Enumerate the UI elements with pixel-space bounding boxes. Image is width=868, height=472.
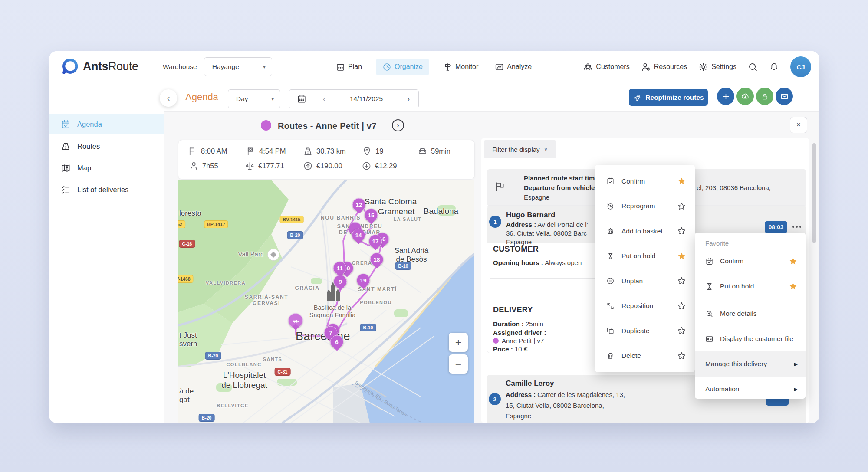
submenu-item-confirm[interactable]: Confirm [695,249,806,274]
submenu-item-more-details[interactable]: More details [695,301,806,326]
brand-logo[interactable]: AntsRoute [62,58,138,75]
zoom-in-button[interactable]: + [449,333,468,352]
route-open-arrow-icon[interactable]: › [392,119,404,131]
tab-monitor[interactable]: Monitor [441,59,481,75]
circle-arrow-up-icon [303,161,313,171]
panel-scrollbar[interactable] [812,143,816,243]
road-badge: 62 [178,220,185,228]
route-stats-card: 8:00 AM 4:54 PM 30.73 km 19 59min 7h55 [178,140,475,180]
tab-organize[interactable]: Organize [376,59,429,75]
warehouse-select[interactable]: Hayange ▾ [204,57,272,76]
nav-customers[interactable]: Customers [583,62,629,72]
add-button[interactable] [717,88,734,105]
menu-item-unplan[interactable]: Unplan [595,269,695,294]
bell-icon[interactable] [769,62,779,72]
star-icon[interactable] [677,351,686,361]
menu-item-reposition[interactable]: Reposition [595,294,695,319]
stat-revenue: €190.00 [303,161,342,171]
departure-country: Espagne [524,193,549,201]
gauge-icon [382,62,391,72]
current-date[interactable]: 14/11/2025 [334,95,398,103]
map-marker-6[interactable]: 6 [330,335,344,349]
scale-icon [245,161,255,171]
calendar-picker-button[interactable] [289,90,314,108]
brand-name: AntsRoute [83,60,138,73]
sidebar-item-deliveries[interactable]: List of deliveries [49,180,164,200]
warehouse-group: Warehouse Hayange ▾ [163,51,272,82]
tab-analyze[interactable]: Analyze [492,59,534,75]
top-navbar: AntsRoute Warehouse Hayange ▾ Plan Organ… [49,51,819,82]
date-navigator: ‹ 14/11/2025 › [289,89,419,108]
navbar-right: Customers Resources Settings CJ [583,51,811,82]
close-panel-button[interactable]: × [790,117,807,133]
star-icon[interactable] [789,257,798,266]
menu-item-delete[interactable]: Delete [595,344,695,369]
menu-item-put-on-hold[interactable]: Put on hold [595,244,695,269]
circle-minus-icon [606,277,615,285]
sidebar-item-agenda[interactable]: Agenda [49,114,164,134]
star-icon[interactable] [677,177,686,186]
envelope-button[interactable] [776,88,793,105]
search-icon[interactable] [748,62,758,72]
map-marker-15[interactable]: 15 [365,209,378,222]
map-marker-14[interactable]: 14 [352,229,365,242]
address-line: Address : Carrer de les Magdalenes, 13, [506,390,625,399]
map-label: BELLVITGE [217,403,249,409]
map-marker-9[interactable]: 9 [334,275,347,288]
departure-label: Departure from vehicle [524,184,595,191]
map[interactable]: loresta Santa Coloma de Gramenet Badalon… [178,180,474,423]
submenu-item-automation[interactable]: Automation ▶ [695,377,806,402]
star-icon[interactable] [677,202,686,211]
depot-marker[interactable] [288,313,303,328]
prev-day-button[interactable]: ‹ [314,95,334,104]
cloud-download-button[interactable] [736,88,754,105]
nav-settings[interactable]: Settings [698,62,736,72]
menu-item-confirm[interactable]: Confirm [595,169,695,194]
stat-start-time: 8:00 AM [187,146,227,156]
map-marker-19[interactable]: 19 [357,274,370,287]
star-icon[interactable] [677,302,686,311]
circle-arrow-down-icon [362,161,372,171]
menu-item-add-to-basket[interactable]: Add to basket [595,219,695,244]
tab-plan[interactable]: Plan [333,59,365,75]
departure-address-fragment: el, 203, 08036 Barcelona, [697,184,771,191]
warehouse-label: Warehouse [163,63,197,71]
trash-icon [606,352,615,360]
star-icon[interactable] [789,282,798,291]
submenu-item-display-customer-file[interactable]: Display the customer file [695,326,806,351]
stop-1-more-icon[interactable] [792,226,801,228]
screen: AntsRoute Warehouse Hayange ▾ Plan Organ… [0,0,868,472]
sidebar-item-map[interactable]: Map [49,158,164,178]
road-badge: C-31 [275,368,291,376]
star-icon[interactable] [677,252,686,261]
view-select[interactable]: Day ▾ [228,89,280,108]
submenu-item-put-on-hold[interactable]: Put on hold [695,274,806,299]
filter-display-button[interactable]: Filter the display ∨ [484,140,556,158]
submenu-item-manage-delivery[interactable]: Manage this delivery ▶ [695,351,806,377]
nav-resources[interactable]: Resources [641,62,687,72]
menu-item-reprogram[interactable]: Reprogram [595,194,695,219]
lock-button[interactable] [756,88,773,105]
search-plus-icon [705,310,713,318]
antsroute-logo-icon [62,58,79,75]
zoom-out-button[interactable]: − [449,354,468,374]
reoptimize-routes-button[interactable]: Reoptimize routes [629,89,708,106]
star-icon[interactable] [677,326,686,335]
map-marker-12[interactable]: 12 [352,198,366,212]
sidebar-item-routes[interactable]: Routes [49,136,164,156]
submenu-arrow-icon: ▶ [794,361,798,367]
customer-name: Hugo Bernard [506,211,555,220]
calendar-check-icon [606,177,615,185]
map-marker-17[interactable]: 17 [369,235,382,248]
map-marker-18[interactable]: 18 [370,253,384,266]
star-icon[interactable] [677,226,686,236]
next-day-button[interactable]: › [398,95,418,104]
menu-item-duplicate[interactable]: Duplicate [595,318,695,344]
signpost-icon [443,62,452,72]
map-icon [61,163,71,173]
map-marker-11[interactable]: 11 [333,262,347,275]
collapse-sidebar-button[interactable]: ‹ [160,89,177,107]
avatar[interactable]: CJ [790,56,811,77]
calendar-check-icon [705,257,713,266]
star-icon[interactable] [677,276,686,285]
